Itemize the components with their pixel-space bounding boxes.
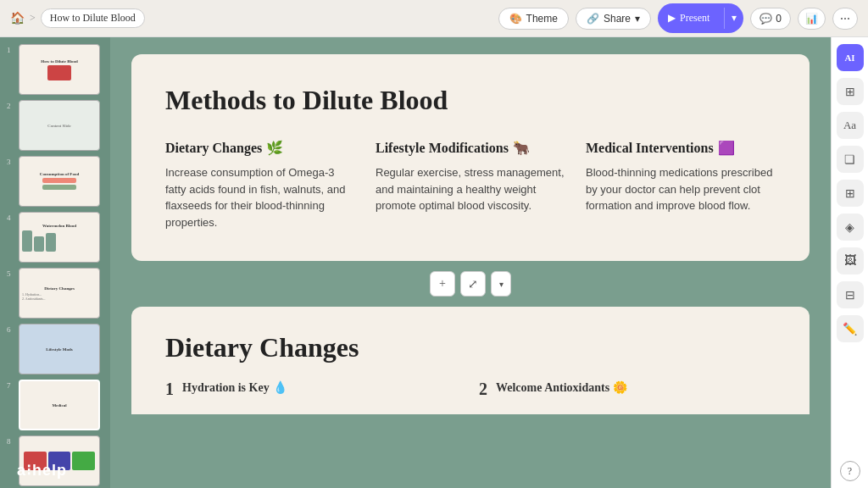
ai-button[interactable]: AI xyxy=(837,44,864,71)
shapes-icon: ◈ xyxy=(845,220,854,235)
chart-icon: 📊 xyxy=(805,13,818,25)
share-button[interactable]: 🔗 Share ▾ xyxy=(576,8,651,30)
slide-preview-2: Content Slide xyxy=(19,100,100,151)
slide-num-2: 2 xyxy=(7,102,15,110)
theme-icon: 🎨 xyxy=(509,13,522,25)
slide-num-6: 6 xyxy=(7,325,15,334)
slide-col-3: Medical Interventions 🟪 Blood-thinning m… xyxy=(586,140,776,230)
col3-body: Blood-thinning medications prescribed by… xyxy=(586,164,776,214)
sidebar-slide-6[interactable]: 6 Lifestyle Mods xyxy=(7,324,103,374)
slide-col-1: Dietary Changes 🌿 Increase consumption o… xyxy=(165,140,355,230)
share-chevron-icon: ▾ xyxy=(635,13,640,25)
item1-label: Hydration is Key 💧 xyxy=(182,380,287,395)
sidebar-slide-4[interactable]: 4 Watermelon Blood xyxy=(7,212,103,263)
breadcrumb-sep: > xyxy=(30,12,36,25)
col1-body: Increase consumption of Omega-3 fatty ac… xyxy=(165,164,355,230)
slide-card-main: Methods to Dilute Blood Dietary Changes … xyxy=(131,54,810,261)
slide-main-title: Methods to Dilute Blood xyxy=(165,85,776,116)
share-label: Share xyxy=(604,13,631,25)
sidebar-slide-7[interactable]: 7 Medical xyxy=(7,380,103,430)
slide-num-1: 1 xyxy=(7,46,15,54)
grid-icon: ⊞ xyxy=(845,186,855,201)
sidebar: 1 How to Dilute Blood 2 Content Slide 3 … xyxy=(0,37,110,488)
slide-preview-3: Consumption of Food xyxy=(19,156,100,207)
apps-icon: ⊟ xyxy=(845,288,855,302)
col1-heading: Dietary Changes 🌿 xyxy=(165,140,355,156)
apps-button[interactable]: ⊟ xyxy=(837,281,864,308)
main-layout: 1 How to Dilute Blood 2 Content Slide 3 … xyxy=(0,37,868,488)
theme-button[interactable]: 🎨 Theme xyxy=(498,8,569,30)
text-button[interactable]: Aa xyxy=(837,112,864,139)
sidebar-slide-1[interactable]: 1 How to Dilute Blood xyxy=(7,44,103,95)
comment-button[interactable]: 💬 0 xyxy=(750,8,791,30)
layers-icon: ⊞ xyxy=(845,85,855,99)
topbar: 🏠 > How to Dilute Blood 🎨 Theme 🔗 Share … xyxy=(0,0,868,37)
ai-icon: AI xyxy=(844,53,854,63)
play-icon: ▶ xyxy=(668,12,676,25)
slide2-title: Dietary Changes xyxy=(165,332,776,363)
slide-num-7: 7 xyxy=(7,381,15,390)
shapes-button[interactable]: ◈ xyxy=(837,214,864,241)
slide-num-3: 3 xyxy=(7,158,15,166)
share-icon: 🔗 xyxy=(587,13,599,25)
col1-emoji: 🌿 xyxy=(266,140,283,156)
col3-heading: Medical Interventions 🟪 xyxy=(586,140,776,156)
item1-emoji: 💧 xyxy=(273,380,287,395)
item2-label: Welcome Antioxidants 🌼 xyxy=(496,380,627,395)
image-button[interactable]: 🖼 xyxy=(837,247,864,274)
col2-heading: Lifestyle Modifications 🐂 xyxy=(376,140,565,156)
item2-num: 2 xyxy=(479,380,487,397)
slide-preview-7: Medical xyxy=(19,380,100,430)
text-icon: Aa xyxy=(843,119,856,132)
present-main-button[interactable]: ▶ Present xyxy=(658,8,720,29)
slide-card-partial: Dietary Changes 1 Hydration is Key 💧 2 xyxy=(131,307,810,414)
present-dropdown-button[interactable]: ▾ xyxy=(724,8,743,29)
toolbar-dropdown-button[interactable]: ▾ xyxy=(491,271,511,297)
add-icon: + xyxy=(439,277,446,291)
elements-button[interactable]: ❏ xyxy=(837,146,864,173)
right-panel: AI ⊞ Aa ❏ ⊞ ◈ 🖼 ⊟ ✏️ ? xyxy=(831,37,868,488)
topbar-left: 🏠 > How to Dilute Blood xyxy=(10,8,145,28)
slide-toolbar: + ⤢ ▾ xyxy=(430,271,511,297)
sidebar-slide-5[interactable]: 5 Dietary Changes 1. Hydration... 2. Ant… xyxy=(7,268,103,319)
layers-button[interactable]: ⊞ xyxy=(837,78,864,105)
breadcrumb[interactable]: How to Dilute Blood xyxy=(41,8,145,28)
help-icon: ? xyxy=(848,465,852,478)
brand-logo: a⁝help xyxy=(17,461,67,480)
comment-count: 0 xyxy=(776,13,782,25)
partial-item-2: 2 Welcome Antioxidants 🌼 xyxy=(479,380,776,397)
item2-label-text: Welcome Antioxidants xyxy=(496,381,609,395)
more-icon: ⋯ xyxy=(840,13,850,25)
partial-item-1: 1 Hydration is Key 💧 xyxy=(165,380,462,397)
slide-columns: Dietary Changes 🌿 Increase consumption o… xyxy=(165,140,776,230)
col2-emoji: 🐂 xyxy=(513,140,530,156)
partial-items: 1 Hydration is Key 💧 2 Welcome Antioxida… xyxy=(165,380,776,397)
more-button[interactable]: ⋯ xyxy=(832,8,858,30)
col2-body: Regular exercise, stress management, and… xyxy=(376,164,565,214)
grid-button[interactable]: ⊞ xyxy=(837,180,864,207)
item2-emoji: 🌼 xyxy=(613,380,627,395)
item1-label-text: Hydration is Key xyxy=(182,381,270,395)
theme-label: Theme xyxy=(526,13,558,25)
slide-preview-5: Dietary Changes 1. Hydration... 2. Antio… xyxy=(19,268,100,319)
help-button[interactable]: ? xyxy=(840,461,860,481)
present-button-group: ▶ Present ▾ xyxy=(658,3,743,33)
comment-icon: 💬 xyxy=(760,13,772,25)
present-label: Present xyxy=(680,12,709,25)
sidebar-slide-2[interactable]: 2 Content Slide xyxy=(7,100,103,151)
home-icon[interactable]: 🏠 xyxy=(10,11,25,25)
slide-num-8: 8 xyxy=(7,437,15,446)
slide-num-4: 4 xyxy=(7,214,15,222)
slide-preview-6: Lifestyle Mods xyxy=(19,324,100,374)
edit-button[interactable]: ✏️ xyxy=(837,315,864,342)
add-slide-button[interactable]: + xyxy=(430,271,455,297)
chart-button[interactable]: 📊 xyxy=(798,8,826,30)
move-slide-button[interactable]: ⤢ xyxy=(460,271,486,297)
slide-num-5: 5 xyxy=(7,269,15,278)
sidebar-slide-3[interactable]: 3 Consumption of Food xyxy=(7,156,103,207)
brand-label: a⁝help xyxy=(17,462,67,479)
elements-icon: ❏ xyxy=(844,152,855,167)
image-icon: 🖼 xyxy=(844,254,856,268)
move-icon: ⤢ xyxy=(468,277,478,291)
slide-preview-1: How to Dilute Blood xyxy=(19,44,100,95)
